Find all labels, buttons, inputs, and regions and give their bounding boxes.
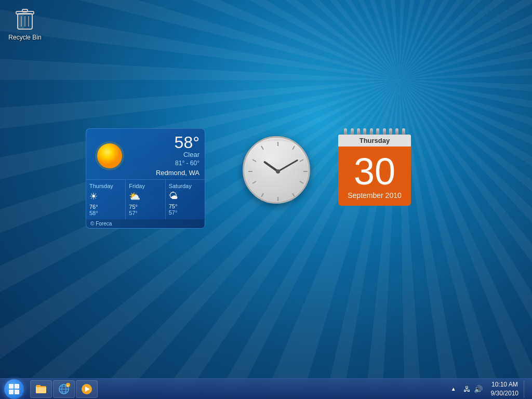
forecast-icon-0: ☀ bbox=[89, 191, 122, 202]
clock-ticks bbox=[244, 138, 310, 204]
calendar-spiral bbox=[338, 127, 411, 135]
svg-rect-25 bbox=[15, 384, 19, 389]
calendar-month-year: September 2010 bbox=[343, 191, 406, 200]
tray-icons: 🖧 🔊 bbox=[460, 385, 486, 393]
spiral-coil bbox=[383, 128, 386, 135]
weather-temperature: 58° bbox=[130, 134, 200, 151]
svg-line-20 bbox=[261, 146, 263, 150]
svg-rect-27 bbox=[15, 390, 19, 394]
spiral-coil bbox=[402, 128, 405, 135]
start-orb bbox=[4, 379, 24, 399]
svg-line-21 bbox=[265, 162, 278, 171]
spiral-coil bbox=[395, 128, 398, 135]
forecast-lo-0: 58° bbox=[89, 210, 98, 216]
forecast-day-0: Thursday ☀ 76° 58° bbox=[86, 180, 126, 219]
forecast-icon-2: 🌤 bbox=[169, 191, 202, 202]
svg-point-8 bbox=[95, 141, 124, 170]
spiral-coil bbox=[389, 128, 392, 135]
weather-credit: © Foreca bbox=[86, 219, 205, 228]
svg-line-16 bbox=[261, 193, 263, 197]
forecast-hi-2: 75° bbox=[169, 203, 178, 209]
forecast-icon-1: ⛅ bbox=[129, 191, 162, 202]
taskbar-time: 10:10 AM bbox=[491, 380, 518, 389]
tray-volume-icon[interactable]: 🔊 bbox=[474, 385, 483, 393]
svg-line-22 bbox=[278, 161, 297, 172]
taskbar-buttons: e bbox=[28, 379, 100, 399]
weather-location: Redmond, WA bbox=[130, 169, 200, 177]
forecast-day-2: Saturday 🌤 75° 57° bbox=[166, 180, 205, 219]
desktop: Recycle Bin 58° Clear 81° - bbox=[0, 0, 532, 378]
taskbar-explorer-button[interactable] bbox=[30, 380, 52, 398]
recycle-bin-icon[interactable]: Recycle Bin bbox=[5, 5, 45, 42]
calendar-day-name: Thursday bbox=[338, 135, 411, 147]
clock-face bbox=[243, 136, 310, 204]
taskbar-clock[interactable]: 10:10 AM 9/30/2010 bbox=[488, 380, 522, 398]
svg-rect-6 bbox=[18, 14, 24, 29]
taskbar-media-button[interactable] bbox=[76, 380, 98, 398]
forecast-lo-1: 57° bbox=[129, 210, 138, 216]
calendar-day-number: 30 bbox=[343, 153, 406, 190]
forecast-name-0: Thursday bbox=[89, 183, 122, 189]
show-desktop-button[interactable] bbox=[524, 380, 528, 398]
spiral-coil bbox=[357, 128, 360, 135]
recycle-bin-svg bbox=[12, 5, 37, 30]
clock-widget bbox=[243, 136, 310, 204]
svg-line-10 bbox=[292, 146, 295, 150]
weather-widget: 58° Clear 81° - 60° Redmond, WA Thursday… bbox=[86, 128, 205, 229]
spiral-coil bbox=[344, 128, 347, 135]
tray-expand-button[interactable]: ▲ bbox=[449, 386, 458, 392]
svg-line-19 bbox=[252, 159, 256, 162]
windows-logo-icon bbox=[8, 383, 20, 395]
forecast-name-1: Friday bbox=[129, 183, 162, 189]
recycle-bin-label: Recycle Bin bbox=[8, 34, 41, 41]
forecast-hi-1: 75° bbox=[129, 204, 138, 210]
svg-line-17 bbox=[252, 181, 256, 183]
weather-condition: Clear bbox=[130, 151, 200, 158]
spiral-coil bbox=[351, 128, 354, 135]
svg-line-14 bbox=[292, 193, 295, 197]
svg-rect-26 bbox=[9, 390, 14, 394]
forecast-hi-0: 76° bbox=[89, 204, 98, 210]
taskbar-date: 9/30/2010 bbox=[491, 389, 518, 398]
svg-point-23 bbox=[276, 169, 280, 174]
taskbar: e ▲ 🖧 🔊 10:10 AM 9/30/2010 bbox=[0, 378, 532, 399]
forecast-name-2: Saturday bbox=[169, 183, 202, 189]
sun-icon bbox=[89, 134, 130, 176]
weather-range: 81° - 60° bbox=[130, 159, 200, 167]
svg-rect-24 bbox=[9, 384, 14, 389]
svg-line-13 bbox=[300, 181, 303, 183]
folder-icon bbox=[35, 383, 47, 395]
taskbar-right: ▲ 🖧 🔊 10:10 AM 9/30/2010 bbox=[449, 380, 532, 398]
forecast-lo-2: 57° bbox=[169, 209, 178, 216]
calendar-body: 30 September 2010 bbox=[338, 147, 411, 206]
svg-line-11 bbox=[300, 159, 303, 162]
calendar-widget: Thursday 30 September 2010 bbox=[338, 127, 411, 206]
media-player-icon bbox=[81, 383, 93, 395]
spiral-coil bbox=[376, 128, 379, 135]
start-button[interactable] bbox=[0, 379, 28, 400]
internet-explorer-icon: e bbox=[58, 383, 70, 395]
forecast-day-1: Friday ⛅ 75° 57° bbox=[126, 180, 165, 219]
tray-network-icon[interactable]: 🖧 bbox=[463, 385, 471, 393]
spiral-coil bbox=[363, 128, 366, 135]
svg-rect-5 bbox=[22, 9, 28, 12]
taskbar-ie-button[interactable]: e bbox=[53, 380, 75, 398]
spiral-coil bbox=[370, 128, 373, 135]
